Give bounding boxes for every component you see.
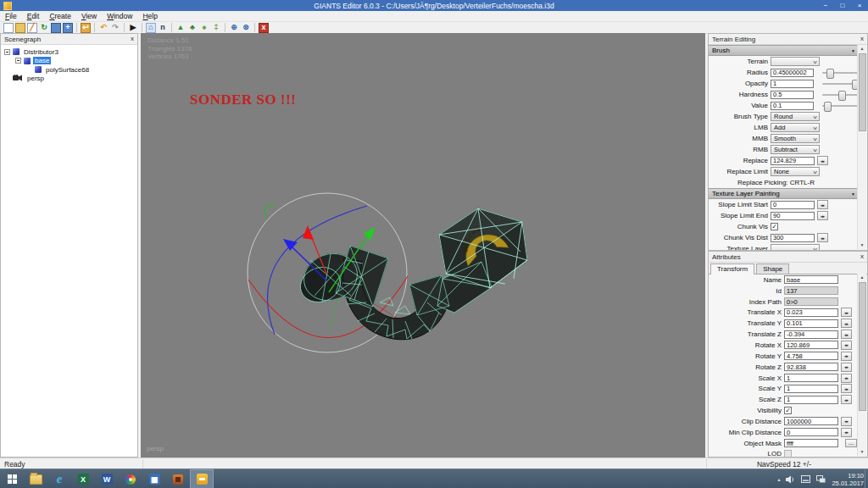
attributes-scroll-down-icon[interactable]: ▼ [858,448,866,456]
value-input[interactable]: 1000000 [784,417,838,425]
open-file-icon[interactable] [15,23,25,33]
scenegraph-node-base[interactable]: base [1,57,137,66]
menu-window[interactable]: Window [102,12,137,20]
game-app[interactable] [166,469,190,488]
value-input[interactable]: -0.394 [784,330,838,339]
terrain-scroll-down-icon[interactable]: ▼ [858,241,866,249]
minimize-button[interactable]: − [817,0,834,11]
menu-create[interactable]: Create [44,12,76,20]
axis-x-arrowhead[interactable] [303,225,314,240]
slider-thumb[interactable] [838,91,846,101]
spinner-button[interactable] [817,200,828,209]
value-input[interactable]: 0.1 [771,102,814,110]
tab-transform[interactable]: Transform [710,263,754,274]
value-input[interactable]: 120.869 [784,341,838,349]
viewport-3d[interactable]: MÖSCHA [141,33,705,458]
tray-chevron-icon[interactable]: ▴ [777,476,780,482]
save-icon[interactable] [51,23,61,33]
foliage-paint-icon[interactable]: ♠ [199,23,209,33]
value-input[interactable]: 0.45000002 [771,69,814,77]
spinner-button[interactable] [841,330,852,339]
calculator[interactable]: ▦ [142,469,166,488]
undo-icon[interactable]: ↶ [98,23,108,33]
redo-icon[interactable]: ↷ [110,23,120,33]
dropdown[interactable]: Round [771,112,820,121]
value-input[interactable]: 0.101 [784,319,838,328]
frame-selection-home-icon[interactable]: ⌂ [146,23,156,33]
spinner-button[interactable] [841,363,852,372]
tree-expander-icon[interactable] [4,49,10,55]
tree-node-label[interactable]: persp [25,75,46,82]
play-icon[interactable]: ▶ [128,23,138,33]
menu-file[interactable]: File [0,12,22,20]
volume-icon[interactable] [786,475,795,484]
internet-explorer[interactable]: e [47,469,71,488]
menu-edit[interactable]: Edit [22,12,45,20]
spinner-button[interactable] [841,308,852,317]
tree-node-label[interactable]: Distributor3 [22,48,60,56]
dropdown[interactable] [771,244,820,251]
text-input[interactable]: ffff [784,439,838,447]
reload-icon[interactable]: ↻ [39,23,49,33]
dropdown[interactable]: Subtract [771,145,820,154]
touch-keyboard-icon[interactable] [801,475,810,483]
spinner-button[interactable] [841,319,852,328]
spinner-button[interactable] [841,428,852,437]
attributes-close-icon[interactable]: x [860,253,864,260]
letter-n-icon[interactable]: n [158,23,168,33]
brush-section-header[interactable]: Brush [709,45,859,56]
value-input[interactable]: 0 [771,201,815,209]
scenegraph-close-icon[interactable]: x [131,36,134,42]
value-input[interactable]: 124.829 [771,157,815,165]
exit-icon[interactable]: x [259,23,269,33]
value-input[interactable]: 1 [784,374,838,382]
save-as-icon[interactable]: + [63,23,73,33]
spinner-button[interactable] [841,417,852,426]
close-button[interactable]: × [851,0,868,11]
spinner-button[interactable] [817,211,828,220]
value-input[interactable]: 0.023 [784,308,838,317]
checkbox[interactable] [771,223,778,230]
terrain-editing-close-icon[interactable]: x [860,36,864,42]
slider-thumb[interactable] [826,69,834,79]
value-input[interactable]: 1 [784,385,838,393]
value-input[interactable]: 1 [784,396,838,404]
terrain-scroll-up-icon[interactable]: ▲ [858,45,866,53]
spinner-button[interactable] [841,374,852,383]
shader-icon[interactable]: ⊗ [241,23,251,33]
dropdown[interactable] [771,57,820,66]
spinner-button[interactable] [841,384,852,393]
spinner-button[interactable] [817,233,828,242]
spinner-button[interactable] [841,341,852,350]
spinner-button[interactable] [841,395,852,404]
dropdown[interactable]: None [771,167,820,176]
scenegraph-node-persp[interactable]: persp [1,75,137,84]
attributes-scrollbar[interactable]: ▲ ▼ [857,274,866,456]
tree-node-label[interactable]: base [33,57,51,64]
text-input[interactable]: base [784,275,838,284]
spinner-button[interactable] [817,156,828,165]
tree-node-label[interactable]: polySurface68 [44,66,91,74]
slider-track[interactable] [822,72,859,74]
start-button[interactable] [0,469,24,488]
terrain-scrollbar[interactable]: ▲ ▼ [857,45,866,249]
tray-clock[interactable]: 19:10 25.01.2017 [832,472,864,487]
import-icon[interactable]: ↩ [81,23,91,33]
word[interactable]: W [95,469,119,488]
paint-app[interactable] [119,469,142,488]
value-input[interactable]: 90 [771,212,815,220]
dropdown[interactable]: Smooth [771,134,820,143]
terrain-paint-icon[interactable]: ‡ [211,23,221,33]
menu-view[interactable]: View [76,12,102,20]
edit-file-icon[interactable]: ╱ [27,23,37,33]
value-input[interactable]: 0.5 [771,91,814,99]
texture-layer-painting-header[interactable]: Texture Layer Painting [709,188,859,199]
value-input[interactable]: 4.758 [784,352,838,360]
checkbox[interactable] [784,407,792,414]
maximize-button[interactable]: □ [834,0,851,11]
terrain-smooth-icon[interactable]: ♣ [187,23,198,33]
scenegraph-node-polySurface68[interactable]: polySurface68 [1,65,137,75]
gizmo-rotate-y-handle[interactable] [264,204,275,218]
menu-help[interactable]: Help [137,12,162,20]
spinner-button[interactable] [841,352,852,361]
